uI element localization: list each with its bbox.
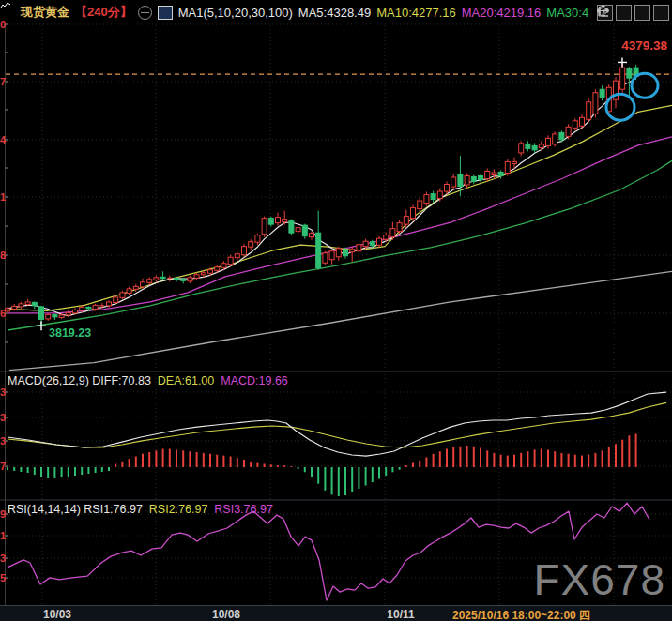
axis-digit: 8 <box>0 250 8 261</box>
time-axis[interactable]: 10/0310/0810/11 2025/10/16 18:00~22:00 四 <box>0 605 672 621</box>
watermark: FX678 <box>533 554 665 605</box>
axis-digit: 1 <box>0 192 8 203</box>
axis-digit: 6 <box>0 309 8 319</box>
axis-digit: 3 <box>0 387 8 398</box>
ma20-value: MA20:4219.16 <box>462 6 542 20</box>
rsi1-value: RSI1:76.97 <box>84 503 143 516</box>
timeframe-label[interactable]: 【240分】 <box>75 4 132 21</box>
macd-macd-value: MACD:19.66 <box>221 374 288 387</box>
macd-dea-value: DEA:61.00 <box>158 374 214 387</box>
axis-digit: 7 <box>0 77 8 87</box>
rsi3-value: RSI3:76.97 <box>214 503 273 516</box>
expand-circle-icon[interactable] <box>138 6 152 20</box>
rsi-header: RSI(14,14,14) RSI1:76.97 RSI2:76.97 RSI3… <box>8 503 273 516</box>
current-period-label: 2025/10/16 18:00~22:00 四 <box>452 608 590 621</box>
macd-title: MACD(26,12,9) <box>8 374 89 387</box>
symbol-name: 现货黄金 <box>21 4 69 21</box>
axis-digit: 3 <box>0 436 8 447</box>
header-bar: 现货黄金 【240分】 MA1(5,10,20,30,100) MA5:4328… <box>0 0 672 24</box>
time-axis-label: 10/11 <box>387 608 414 621</box>
shift-right-icon[interactable] <box>653 5 669 21</box>
ma-settings-label: MA1(5,10,20,30,100) <box>178 6 293 20</box>
axis-digit: 3 <box>0 553 8 564</box>
zoom-horizontal-icon[interactable] <box>634 5 650 21</box>
zoom-vertical-icon[interactable] <box>616 5 632 21</box>
ma30-value: MA30:4 <box>546 6 588 20</box>
axis-digit: 5 <box>0 573 8 583</box>
axis-digit: 9 <box>0 509 8 520</box>
axis-digit: 3 <box>0 413 8 423</box>
high-price-label: 4379.38 <box>621 38 667 53</box>
low-price-label: 3819.23 <box>49 326 91 340</box>
axis-digit: 4 <box>0 135 8 145</box>
mini-candlestick-icon[interactable] <box>158 6 173 20</box>
time-axis-label: 10/03 <box>43 608 71 621</box>
ma5-value: MA5:4328.49 <box>298 6 371 20</box>
rsi-title: RSI(14,14,14) <box>8 503 81 516</box>
time-axis-label: 10/08 <box>212 608 240 621</box>
macd-diff-value: DIFF:70.83 <box>92 374 151 387</box>
macd-header: MACD(26,12,9) DIFF:70.83 DEA:61.00 MACD:… <box>8 374 288 387</box>
axis-digit: 1 <box>0 531 8 541</box>
axis-digit: 7 <box>0 462 8 472</box>
chart-toolbar <box>597 5 669 21</box>
rsi2-value: RSI2:76.97 <box>149 503 208 516</box>
ma10-value: MA10:4277.16 <box>376 6 456 20</box>
chart-window: 现货黄金 【240分】 MA1(5,10,20,30,100) MA5:4328… <box>0 0 672 621</box>
chart-canvas[interactable] <box>0 0 672 621</box>
